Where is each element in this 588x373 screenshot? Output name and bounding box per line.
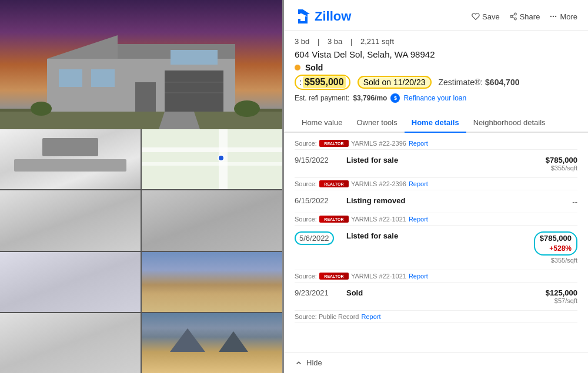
history-event-3: Listed for sale bbox=[346, 231, 529, 240]
tab-home-value[interactable]: Home value bbox=[295, 113, 349, 133]
sqft-stat: 2,211 sqft bbox=[360, 37, 394, 46]
status-dot bbox=[295, 65, 300, 70]
source-row-1: Source: REALTOR YARMLS #22-2396 Report bbox=[295, 137, 577, 150]
status-label: Sold bbox=[305, 63, 323, 72]
svg-rect-6 bbox=[165, 70, 223, 112]
refinance-link[interactable]: Refinance your loan bbox=[403, 94, 466, 102]
property-images bbox=[0, 0, 282, 373]
source-logo-3: REALTOR bbox=[319, 216, 349, 223]
source-label-2: Source: bbox=[295, 180, 317, 187]
tab-home-details[interactable]: Home details bbox=[405, 113, 466, 133]
svg-rect-11 bbox=[135, 82, 156, 112]
source-mls-1: YARMLS #22-2396 bbox=[351, 140, 406, 147]
source-row-2: Source: REALTOR YARMLS #22-2396 Report bbox=[295, 178, 577, 190]
source-mls-2: YARMLS #22-2396 bbox=[351, 180, 406, 187]
sold-date: Sold on 11/20/23 bbox=[358, 76, 432, 89]
refi-row: Est. refi payment: $3,796/mo $ Refinance… bbox=[295, 93, 577, 103]
history-dash-2: -- bbox=[572, 197, 577, 206]
property-stats: 3 bd | 3 ba | 2,211 sqft bbox=[295, 37, 577, 46]
source-label-1: Source: bbox=[295, 140, 317, 147]
history-date-4: 9/23/2021 bbox=[295, 288, 342, 297]
source-label-3: Source: bbox=[295, 216, 317, 223]
main-hero-image[interactable] bbox=[0, 0, 282, 129]
refi-label: Est. refi payment: bbox=[295, 94, 349, 102]
svg-rect-12 bbox=[171, 50, 218, 65]
price-row: : $595,000 Sold on 11/20/23 Zestimate®: … bbox=[295, 75, 577, 90]
thumb-cityview[interactable] bbox=[142, 252, 282, 312]
history-row-2: 6/15/2022 Listing removed -- bbox=[295, 190, 577, 213]
colon-prefix: : bbox=[299, 78, 302, 87]
source-logo-4: REALTOR bbox=[319, 273, 349, 280]
heart-icon bbox=[472, 12, 480, 21]
source-report-link-4[interactable]: Report bbox=[409, 273, 428, 280]
panel-header: Zillow Save Share bbox=[284, 0, 588, 31]
price-main-1: $785,000 bbox=[546, 156, 577, 164]
content-area[interactable]: Source: REALTOR YARMLS #22-2396 Report 9… bbox=[284, 133, 588, 352]
baths-stat: 3 ba bbox=[328, 37, 342, 46]
price-sqft-4: $57/sqft bbox=[546, 297, 577, 304]
date-circle-highlighted: 5/6/2022 bbox=[295, 231, 334, 245]
stat-separator: | bbox=[318, 37, 319, 46]
history-date-1: 9/15/2022 bbox=[295, 156, 342, 164]
price-main-3: $785,000 bbox=[540, 234, 572, 243]
hide-bar[interactable]: Hide bbox=[284, 352, 588, 373]
source-report-link-5[interactable]: Report bbox=[361, 313, 380, 320]
property-info: 3 bd | 3 ba | 2,211 sqft 604 Vista Del S… bbox=[284, 31, 588, 113]
share-icon bbox=[509, 12, 517, 21]
svg-point-23 bbox=[555, 16, 556, 17]
thumb-kitchen[interactable] bbox=[0, 129, 141, 189]
thumbnail-grid bbox=[0, 129, 282, 373]
source-label-5: Source: Public Record bbox=[295, 313, 359, 320]
thumb-fireplace[interactable] bbox=[0, 190, 141, 250]
history-price-4: $125,000 $57/sqft bbox=[546, 288, 577, 304]
property-address: 604 Vista Del Sol, Selah, WA 98942 bbox=[295, 49, 577, 59]
history-price-2: -- bbox=[572, 196, 577, 207]
source-row-5: Source: Public Record Report bbox=[295, 311, 577, 323]
header-actions: Save Share More bbox=[472, 12, 577, 21]
save-button[interactable]: Save bbox=[472, 12, 500, 21]
svg-point-18 bbox=[514, 18, 516, 20]
tab-neighborhood-details[interactable]: Neighborhood details bbox=[466, 113, 553, 133]
svg-marker-15 bbox=[159, 112, 200, 129]
svg-point-17 bbox=[510, 15, 512, 18]
source-report-link-1[interactable]: Report bbox=[409, 140, 428, 147]
history-price-3: $785,000 +528% $355/sqft bbox=[534, 231, 577, 264]
more-icon bbox=[549, 12, 557, 21]
thumb-living[interactable] bbox=[142, 190, 282, 250]
history-date-2: 6/15/2022 bbox=[295, 196, 342, 205]
source-label-4: Source: bbox=[295, 273, 317, 280]
history-price-1: $785,000 $355/sqft bbox=[546, 156, 577, 172]
thumb-map[interactable] bbox=[142, 129, 282, 189]
tab-owner-tools[interactable]: Owner tools bbox=[349, 113, 404, 133]
source-mls-3: YARMLS #22-1021 bbox=[351, 216, 406, 223]
source-report-link-2[interactable]: Report bbox=[409, 180, 428, 187]
source-mls-4: YARMLS #22-1021 bbox=[351, 273, 406, 280]
history-section: Source: REALTOR YARMLS #22-2396 Report 9… bbox=[284, 133, 588, 328]
thumb-mountains[interactable] bbox=[142, 313, 282, 373]
thumb-stairs[interactable] bbox=[0, 313, 141, 373]
svg-rect-9 bbox=[59, 69, 82, 87]
source-row-3: Source: REALTOR YARMLS #22-1021 Report bbox=[295, 213, 577, 226]
zillow-icon bbox=[295, 8, 311, 25]
svg-point-16 bbox=[514, 13, 516, 15]
svg-point-14 bbox=[234, 100, 260, 117]
source-row-4: Source: REALTOR YARMLS #22-1021 Report bbox=[295, 270, 577, 283]
stat-separator2: | bbox=[350, 37, 352, 46]
price-sqft-3: $355/sqft bbox=[534, 257, 577, 264]
beds-stat: 3 bd bbox=[295, 37, 309, 46]
share-button[interactable]: Share bbox=[509, 12, 540, 21]
history-row-4: 9/23/2021 Sold $125,000 $57/sqft bbox=[295, 283, 577, 311]
source-logo-2: REALTOR bbox=[319, 180, 349, 187]
source-report-link-3[interactable]: Report bbox=[409, 216, 428, 223]
history-row-1: 9/15/2022 Listed for sale $785,000 $355/… bbox=[295, 150, 577, 178]
svg-rect-10 bbox=[91, 69, 115, 87]
svg-point-22 bbox=[553, 16, 554, 17]
more-button[interactable]: More bbox=[549, 12, 577, 21]
history-event-4: Sold bbox=[346, 288, 541, 297]
thumb-bedroom[interactable] bbox=[0, 252, 141, 312]
zillow-logo: Zillow bbox=[295, 8, 351, 25]
price-sqft-1: $355/sqft bbox=[546, 164, 577, 172]
source-logo-1: REALTOR bbox=[319, 140, 349, 147]
svg-point-13 bbox=[31, 102, 52, 116]
history-row-3: 5/6/2022 Listed for sale $785,000 +528% … bbox=[295, 226, 577, 270]
